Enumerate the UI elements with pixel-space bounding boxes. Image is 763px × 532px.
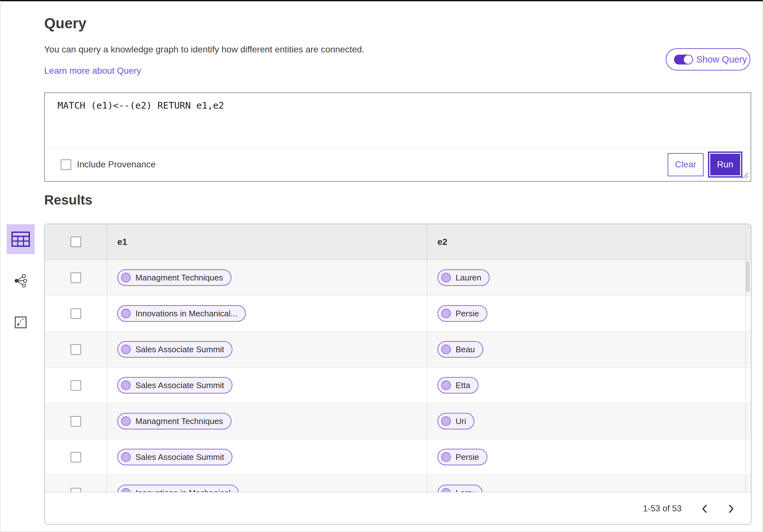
expand-view-icon [15, 316, 27, 328]
e1-entity-pill[interactable]: Managment Techniques [117, 413, 231, 429]
row-checkbox[interactable] [70, 416, 81, 426]
e2-entity-label: Persie [456, 309, 479, 318]
include-provenance-checkbox-row[interactable]: Include Provenance [61, 159, 156, 170]
column-header-e1: e1 [117, 237, 127, 247]
table-view-button[interactable] [7, 224, 35, 254]
e2-entity-pill[interactable]: Persie [437, 305, 488, 322]
e1-entity-pill[interactable]: Sales Associate Summit [117, 449, 232, 465]
table-row: Managment Techniques Lauren [45, 260, 751, 296]
entity-node-icon [441, 381, 451, 390]
learn-more-link[interactable]: Learn more about Query [44, 66, 141, 76]
row-checkbox[interactable] [70, 273, 81, 283]
row-checkbox[interactable] [70, 452, 81, 463]
toggle-on-icon[interactable] [674, 55, 693, 64]
entity-node-icon [121, 416, 131, 426]
entity-node-icon [441, 488, 451, 492]
e2-entity-label: Etta [456, 381, 470, 390]
resize-handle-icon[interactable] [740, 171, 749, 180]
table-row: Innovations in Mechanical... Persie [45, 296, 751, 332]
e1-entity-label: Innovations in Mechanical [136, 488, 231, 492]
column-header-e2: e2 [437, 237, 447, 247]
e1-entity-label: Managment Techniques [136, 416, 223, 426]
table-row: Innovations in Mechanical Larry [45, 475, 751, 492]
e2-entity-label: Persie [456, 452, 479, 462]
include-provenance-checkbox[interactable] [61, 159, 71, 170]
table-row: Sales Associate Summit Persie [45, 439, 751, 475]
chevron-left-icon [701, 504, 708, 514]
row-checkbox[interactable] [70, 380, 81, 391]
e2-entity-pill[interactable]: Lauren [437, 269, 490, 286]
select-all-checkbox[interactable] [70, 237, 81, 247]
page-description: You can query a knowledge graph to ident… [44, 44, 364, 55]
entity-node-icon [121, 452, 131, 462]
table-row: Sales Associate Summit Etta [45, 368, 751, 403]
include-provenance-label: Include Provenance [77, 159, 156, 170]
results-view-switcher [7, 224, 35, 337]
row-checkbox[interactable] [70, 488, 81, 492]
e2-entity-label: Beau [456, 345, 475, 354]
show-query-toggle[interactable]: Show Query [666, 48, 750, 70]
e1-entity-label: Managment Techniques [136, 273, 223, 283]
e1-entity-label: Sales Associate Summit [136, 381, 224, 390]
entity-node-icon [441, 273, 451, 282]
page-title: Query [44, 15, 86, 32]
results-table-card: e1 e2 Managment Techniques Lauren [44, 223, 752, 525]
entity-node-icon [121, 345, 131, 354]
table-pagination: 1-53 of 53 [45, 492, 751, 525]
row-checkbox[interactable] [70, 309, 81, 319]
table-row: Sales Associate Summit Beau [45, 332, 751, 368]
table-scrollbar[interactable] [745, 261, 750, 292]
query-card: MATCH (e1)<--(e2) RETURN e1,e2 Include P… [44, 92, 751, 182]
expand-view-button[interactable] [7, 308, 35, 337]
entity-node-icon [441, 452, 451, 462]
pagination-next-button[interactable] [725, 502, 737, 515]
entity-node-icon [441, 309, 451, 318]
pagination-range-text: 1-53 of 53 [643, 504, 682, 514]
e2-entity-pill[interactable]: Etta [437, 377, 479, 394]
show-query-label: Show Query [696, 54, 747, 65]
table-body: Managment Techniques Lauren Innovations … [45, 260, 751, 492]
e1-entity-label: Sales Associate Summit [136, 452, 224, 462]
e1-entity-pill[interactable]: Sales Associate Summit [117, 341, 232, 358]
e2-entity-pill[interactable]: Larry [437, 485, 483, 492]
e2-entity-label: Uri [456, 416, 466, 426]
table-view-icon [11, 231, 30, 247]
entity-node-icon [121, 488, 131, 492]
entity-node-icon [441, 416, 451, 426]
e1-entity-pill[interactable]: Managment Techniques [117, 269, 231, 286]
entity-node-icon [121, 381, 131, 390]
chevron-right-icon [727, 504, 735, 514]
e2-entity-pill[interactable]: Uri [437, 413, 474, 429]
e2-entity-label: Lauren [456, 273, 481, 283]
table-row: Managment Techniques Uri [45, 403, 751, 439]
graph-view-button[interactable] [7, 266, 35, 296]
clear-button[interactable]: Clear [668, 153, 704, 176]
e1-entity-pill[interactable]: Sales Associate Summit [117, 377, 232, 394]
graph-view-icon [14, 274, 27, 288]
e1-entity-label: Sales Associate Summit [136, 345, 224, 354]
e1-entity-pill[interactable]: Innovations in Mechanical [117, 485, 239, 492]
query-textarea[interactable]: MATCH (e1)<--(e2) RETURN e1,e2 [45, 93, 751, 148]
entity-node-icon [121, 309, 131, 318]
row-checkbox[interactable] [70, 344, 81, 355]
pagination-prev-button[interactable] [698, 502, 711, 515]
e1-entity-pill[interactable]: Innovations in Mechanical... [117, 305, 246, 322]
table-header-row: e1 e2 [45, 224, 751, 260]
run-button[interactable]: Run [709, 153, 741, 176]
query-page: Query You can query a knowledge graph to… [0, 0, 763, 532]
entity-node-icon [441, 345, 451, 354]
e2-entity-label: Larry [456, 488, 474, 492]
e1-entity-label: Innovations in Mechanical... [136, 309, 238, 318]
e2-entity-pill[interactable]: Persie [437, 449, 488, 465]
results-title: Results [44, 193, 92, 208]
e2-entity-pill[interactable]: Beau [437, 341, 483, 358]
entity-node-icon [121, 273, 131, 282]
query-footer: Include Provenance Clear Run [45, 148, 751, 181]
